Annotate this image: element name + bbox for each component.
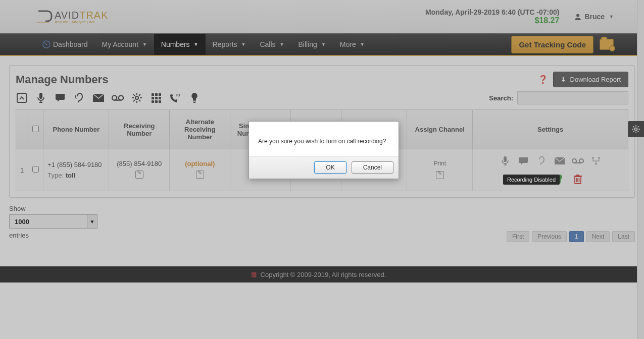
dialog-message: Are you sure you wish to turn on call re… xyxy=(249,122,399,156)
confirm-dialog: Are you sure you wish to turn on call re… xyxy=(249,121,399,179)
ok-button[interactable]: OK xyxy=(314,161,346,174)
tooltip: Recording Disabled xyxy=(503,175,560,185)
cancel-button[interactable]: Cancel xyxy=(352,161,393,174)
